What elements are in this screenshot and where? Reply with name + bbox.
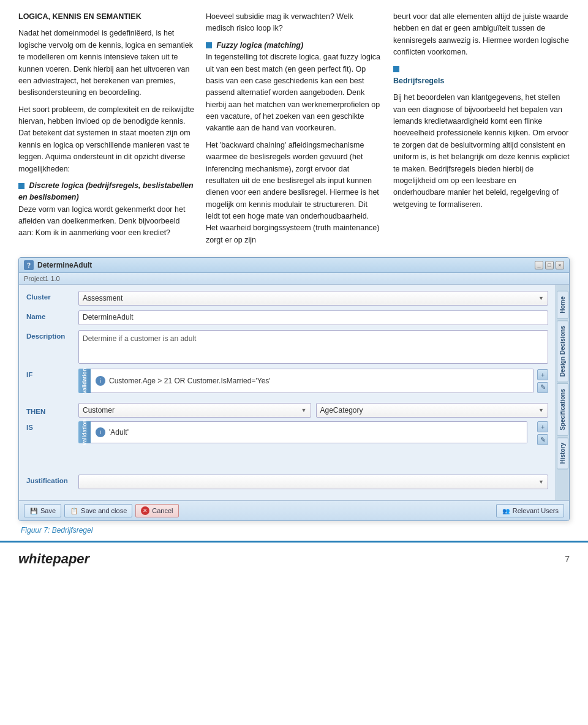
- text-col-1: LOGICA, KENNIS EN SEMANTIEK Nadat het do…: [18, 11, 195, 251]
- if-action-buttons: + ✎: [537, 369, 548, 393]
- col1-para2: Het soort probleem, de complexiteit en d…: [18, 104, 195, 175]
- is-expression-inner: i 'Adult': [96, 427, 129, 437]
- then-object-select[interactable]: Customer ▼: [78, 403, 311, 418]
- col2-para2: Het 'backward chaining' afleidingsmechan…: [206, 140, 382, 246]
- maximize-button[interactable]: □: [545, 261, 554, 269]
- bullet-square-2: [206, 42, 212, 48]
- app-window: ? DetermineAdult _ □ × Project1 1.0: [18, 257, 570, 521]
- cluster-value: Assessment: [83, 294, 123, 302]
- then-attribute-value: AgeCategory: [320, 406, 363, 415]
- validation-tag: Validation: [78, 369, 91, 393]
- is-icon: i: [96, 427, 105, 437]
- minimize-button[interactable]: _: [535, 261, 543, 269]
- footer-page-number: 7: [565, 554, 570, 564]
- window-controls[interactable]: _ □ ×: [535, 261, 564, 269]
- name-label: Name: [26, 310, 72, 320]
- close-button[interactable]: ×: [556, 261, 564, 269]
- name-row: Name DetermineAdult: [26, 310, 548, 325]
- text-col-2: Hoeveel subsidie mag ik verwachten? Welk…: [206, 11, 382, 251]
- bullet-square-3: [393, 66, 399, 72]
- save-button[interactable]: 💾 Save: [24, 504, 61, 517]
- sidebar-tab-history[interactable]: History: [557, 437, 568, 469]
- app-titlebar: ? DetermineAdult _ □ ×: [19, 258, 569, 273]
- is-row: IS Validation i 'Adult': [26, 421, 548, 445]
- col2-bullet: Fuzzy logica (matching) In tegenstelling…: [206, 40, 382, 135]
- cluster-select[interactable]: Assessment ▼: [78, 291, 548, 306]
- sidebar-tab-design[interactable]: Design Decisions: [557, 320, 568, 382]
- is-expression-box[interactable]: i 'Adult': [91, 421, 527, 443]
- col3-heading: Bedrijfsregels: [393, 75, 570, 87]
- then-is-section: THEN Customer ▼ AgeCategory ▼: [26, 403, 548, 445]
- is-add-button[interactable]: +: [537, 421, 548, 432]
- cluster-row: Cluster Assessment ▼: [26, 291, 548, 306]
- if-expression-box[interactable]: i Customer.Age > 21 OR Customer.IsMarrie…: [91, 369, 533, 393]
- relevant-users-label: Relevant Users: [513, 507, 559, 514]
- then-row: THEN Customer ▼ AgeCategory ▼: [26, 403, 548, 418]
- if-section: Validation i Customer.Age > 21 OR Custom…: [78, 369, 548, 393]
- description-input[interactable]: Determine if a customer is an adult: [78, 330, 548, 364]
- justification-label: Justification: [26, 475, 72, 484]
- spacer: [26, 450, 548, 475]
- col1-bullet: Discrete logica (bedrijfsregels, beslist…: [18, 180, 195, 239]
- cancel-icon: ✕: [141, 506, 149, 515]
- col3-para2: Bij het beoordelen van klantgegevens, he…: [393, 92, 570, 211]
- then-object-value: Customer: [83, 406, 115, 415]
- if-add-button[interactable]: +: [537, 369, 548, 380]
- text-col-3: beurt voor dat alle elementen altijd de …: [393, 11, 570, 251]
- is-edit-button[interactable]: ✎: [537, 434, 548, 445]
- app-body: Cluster Assessment ▼ Name DetermineAdult: [19, 285, 569, 500]
- col2-bullet-text: In tegenstelling tot discrete logica, ga…: [206, 53, 380, 132]
- justification-row: Justification ▼: [26, 475, 548, 489]
- app-toolbar: Project1 1.0: [19, 273, 569, 285]
- then-object-arrow: ▼: [301, 407, 307, 413]
- sidebar-tab-home[interactable]: Home: [557, 291, 568, 319]
- col1-bullet-label: Discrete logica (bedrijfsregels, beslist…: [18, 181, 194, 201]
- is-action-buttons: + ✎: [533, 421, 548, 445]
- validation-label: Validation: [81, 368, 88, 394]
- cluster-dropdown-arrow: ▼: [538, 295, 544, 301]
- justification-select[interactable]: ▼: [78, 475, 548, 489]
- page-wrapper: LOGICA, KENNIS EN SEMANTIEK Nadat het do…: [0, 0, 588, 576]
- cancel-label: Cancel: [152, 507, 173, 514]
- relevant-users-icon: 👥: [502, 506, 510, 515]
- is-validation-label: Validation: [81, 419, 88, 446]
- description-label: Description: [26, 330, 72, 340]
- figure-caption: Figuur 7: Bedrijfsregel: [18, 526, 570, 535]
- save-icon: 💾: [29, 506, 38, 515]
- if-row: IF Validation i Customer.Age > 21 OR Cus…: [26, 369, 548, 398]
- relevant-users-button[interactable]: 👥 Relevant Users: [496, 504, 564, 517]
- is-value-text: 'Adult': [109, 428, 129, 437]
- form-area: Cluster Assessment ▼ Name DetermineAdult: [19, 285, 556, 500]
- figure-area: ? DetermineAdult _ □ × Project1 1.0: [0, 257, 588, 541]
- bottom-buttons-left: 💾 Save 📋 Save and close ✕ Cancel: [24, 504, 179, 517]
- then-attribute-arrow: ▼: [538, 407, 544, 413]
- titlebar-left: ? DetermineAdult: [24, 260, 92, 270]
- name-value: DetermineAdult: [83, 313, 134, 321]
- save-close-button[interactable]: 📋 Save and close: [64, 504, 132, 517]
- is-validation-tag: Validation: [78, 421, 91, 443]
- description-row: Description Determine if a customer is a…: [26, 330, 548, 364]
- if-label: IF: [26, 369, 72, 378]
- col1-para1: Nadat het domeinmodel is gedefiniëerd, i…: [18, 28, 195, 99]
- if-edit-button[interactable]: ✎: [537, 382, 548, 393]
- text-columns: LOGICA, KENNIS EN SEMANTIEK Nadat het do…: [0, 0, 588, 257]
- name-input[interactable]: DetermineAdult: [78, 310, 548, 325]
- app-title: DetermineAdult: [37, 261, 92, 269]
- page-footer: whitepaper 7: [0, 541, 588, 576]
- sidebar-tab-specs[interactable]: Specifications: [557, 383, 568, 436]
- col1-bullet-text: Deze vorm van logica wordt gekenmerkt do…: [18, 205, 185, 238]
- then-attribute-select[interactable]: AgeCategory ▼: [316, 403, 549, 418]
- app-icon: ?: [24, 260, 34, 270]
- is-label: IS: [26, 421, 72, 431]
- save-close-icon: 📋: [70, 506, 78, 515]
- footer-brand: whitepaper: [18, 551, 89, 567]
- toolbar-project-label: Project1 1.0: [24, 275, 60, 282]
- col2-bullet-label: Fuzzy logica (matching): [216, 41, 303, 50]
- save-label: Save: [40, 507, 56, 514]
- if-icon: i: [96, 376, 105, 386]
- cancel-button[interactable]: ✕ Cancel: [135, 504, 178, 517]
- justification-arrow: ▼: [538, 479, 544, 485]
- right-sidebar: Home Design Decisions Specifications His…: [556, 285, 569, 500]
- col3-para1: beurt voor dat alle elementen altijd de …: [393, 11, 570, 59]
- app-bottombar: 💾 Save 📋 Save and close ✕ Cancel 👥 Relev…: [19, 500, 569, 520]
